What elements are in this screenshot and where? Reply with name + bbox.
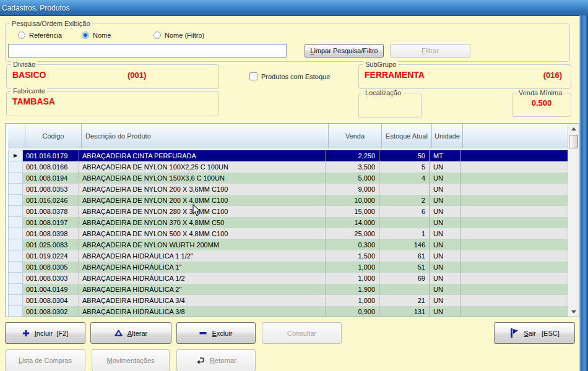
- cell-estoque: 6: [379, 206, 430, 217]
- cell-codigo: 001.008.0398: [23, 228, 79, 239]
- row-indicator: [8, 173, 23, 184]
- cell-venda: 0,300: [326, 239, 379, 250]
- cell-codigo: 001.019.0224: [23, 250, 79, 262]
- cell-unidade: UN: [430, 184, 460, 195]
- alterar-button[interactable]: Alterar: [90, 322, 171, 344]
- cell-venda: 2,250: [326, 150, 379, 161]
- header-filler: [463, 124, 568, 148]
- cell-filler: [460, 284, 568, 295]
- clear-filter-button[interactable]: Limpar Pesquisa/Filtro: [305, 44, 384, 58]
- table-row[interactable]: 001.016.0246 ABRAÇADEIRA DE NYLON 200 X …: [8, 195, 568, 206]
- cell-estoque: 4: [379, 173, 430, 184]
- incluir-button[interactable]: Incluir [F2]: [5, 322, 85, 344]
- row-indicator: [8, 184, 23, 195]
- table-row[interactable]: 001.025.0083 ABRAÇADEIRA DE NYLON WURTH …: [8, 239, 568, 250]
- radio-nome-filtro[interactable]: Nome (Filtro): [153, 32, 204, 39]
- divisao-value: BASICO: [12, 70, 46, 80]
- sair-button[interactable]: Sair [ESC]: [494, 322, 575, 344]
- fabricante-value: TAMBASA: [12, 96, 55, 106]
- cell-codigo: 001.008.0302: [23, 306, 79, 317]
- header-venda[interactable]: Venda: [329, 124, 382, 148]
- radio-nome[interactable]: Nome: [82, 32, 111, 39]
- header-unidade[interactable]: Unidade: [432, 124, 463, 148]
- scroll-thumb[interactable]: [569, 135, 578, 148]
- products-window: Cadastros, Produtos Pesquisa/Ordem Exibi…: [0, 0, 588, 371]
- table-row[interactable]: 001.008.0378 ABRAÇADEIRA DE NYLON 280 X …: [8, 206, 568, 217]
- venda-minima-groupbox: Venda Mínima 0.500: [512, 93, 571, 117]
- button-label: Incluir [F2]: [35, 330, 68, 337]
- cell-filler: [460, 150, 568, 161]
- table-row[interactable]: 001.008.0302 ABRAÇADEIRA HIDRÁULICA 3/8 …: [8, 306, 568, 317]
- vertical-scrollbar[interactable]: [568, 124, 579, 317]
- cell-unidade: UN: [430, 273, 460, 284]
- search-input[interactable]: [8, 44, 287, 58]
- header-estoque[interactable]: Estoque Atual: [382, 124, 432, 148]
- cell-descricao: ABRAÇADEIRA DE NYLON 200 X 3,6MM C100: [79, 184, 326, 195]
- table-row[interactable]: 001.019.0224 ABRAÇADEIRA HIDRÁULICA 1 1/…: [8, 250, 568, 262]
- table-row[interactable]: 001.008.0398 ABRAÇADEIRA DE NYLON 500 X …: [8, 228, 568, 239]
- table-row[interactable]: 001.008.0304 ABRAÇADEIRA HIDRÁULICA 3/4 …: [8, 295, 568, 306]
- header-codigo[interactable]: Código: [25, 124, 82, 148]
- cell-estoque: 51: [379, 262, 430, 273]
- cell-codigo: 001.008.0378: [23, 206, 79, 217]
- table-row[interactable]: 001.008.0197 ABRAÇADEIRA DE NYLON 370 X …: [8, 217, 568, 228]
- cell-descricao: ABRAÇADEIRA HIDRÁULICA 1/2: [79, 273, 326, 284]
- divisao-groupbox: Divisão BASICO (001): [6, 64, 219, 89]
- retornar-button: Retornar: [176, 349, 256, 371]
- cell-venda: 1,000: [326, 273, 379, 284]
- row-indicator: [8, 195, 23, 206]
- cell-descricao: ABRAÇADEIRA HIDRÁULICA 3/4: [79, 295, 326, 306]
- radio-referencia[interactable]: Referência: [18, 32, 62, 39]
- cell-descricao: ABRAÇADEIRA DE NYLON 150X3,6 C 100UN: [79, 173, 326, 184]
- cell-venda: 10,000: [326, 195, 379, 206]
- localizacao-label: Localização: [363, 89, 403, 96]
- scroll-down-button[interactable]: [568, 307, 579, 317]
- button-label: Limpar Pesquisa/Filtro: [310, 47, 378, 54]
- checkbox-icon: [249, 72, 257, 80]
- plus-icon: [22, 330, 30, 337]
- cell-estoque: 146: [379, 239, 430, 250]
- table-row[interactable]: 001.008.0305 ABRAÇADEIRA HIDRÁULICA 1'' …: [8, 262, 568, 273]
- cell-codigo: 001.008.0194: [23, 173, 79, 184]
- cell-estoque: [379, 217, 430, 228]
- fabricante-groupbox: Fabricante TAMBASA: [6, 91, 219, 116]
- cell-descricao: ABRAÇADEIRA DE NYLON 200 X 4,8MM C100: [79, 195, 326, 206]
- cell-unidade: UN: [430, 228, 460, 239]
- radio-icon: [18, 32, 25, 39]
- radio-icon: [82, 32, 89, 39]
- table-row[interactable]: 001.008.0194 ABRAÇADEIRA DE NYLON 150X3,…: [8, 173, 568, 184]
- header-descricao[interactable]: Descrição do Produto: [82, 124, 329, 148]
- minus-icon: [199, 331, 207, 335]
- cell-unidade: UN: [430, 195, 460, 206]
- cell-filler: [460, 239, 568, 250]
- cell-unidade: UN: [430, 206, 460, 217]
- table-row[interactable]: 001.008.0166 ABRAÇADEIRA DE NYLON 100X2,…: [8, 161, 568, 173]
- excluir-button[interactable]: Excluir: [176, 322, 256, 344]
- scroll-up-button[interactable]: [568, 124, 579, 134]
- table-row[interactable]: 001.004.0149 ABRAÇADEIRA HIDRÁULICA 2'' …: [8, 284, 568, 295]
- cell-unidade: UN: [430, 161, 460, 173]
- cell-descricao: ABRAÇADEIRA DE NYLON 370 X 4,8MM C50: [79, 217, 326, 228]
- cell-filler: [460, 195, 568, 206]
- titlebar[interactable]: Cadastros, Produtos: [0, 0, 588, 16]
- cell-estoque: 2: [379, 195, 430, 206]
- cell-venda: 1,500: [326, 250, 379, 262]
- cell-estoque: 5: [379, 161, 430, 173]
- venda-minima-value: 0.500: [512, 98, 571, 108]
- table-row[interactable]: 001.008.0353 ABRAÇADEIRA DE NYLON 200 X …: [8, 184, 568, 195]
- cell-estoque: 69: [379, 273, 430, 284]
- cell-venda: 0,900: [326, 306, 379, 317]
- row-indicator: [8, 284, 23, 295]
- table-row[interactable]: 001.016.0179 ABRAÇADEIRA CINTA PERFURADA…: [8, 150, 568, 161]
- product-grid: Código Descrição do Produto Venda Estoqu…: [5, 123, 579, 317]
- cell-filler: [460, 161, 568, 173]
- cell-estoque: 131: [379, 306, 430, 317]
- cell-unidade: UN: [430, 250, 460, 262]
- exit-flag-icon: [509, 328, 519, 338]
- cell-estoque: [379, 184, 430, 195]
- stock-checkbox[interactable]: Produtos com Estoque: [249, 72, 330, 80]
- cell-filler: [460, 250, 568, 262]
- cell-estoque: 61: [379, 250, 430, 262]
- lista-compras-button: Lista de Compras: [5, 349, 85, 371]
- table-row[interactable]: 001.008.0303 ABRAÇADEIRA HIDRÁULICA 1/2 …: [8, 273, 568, 284]
